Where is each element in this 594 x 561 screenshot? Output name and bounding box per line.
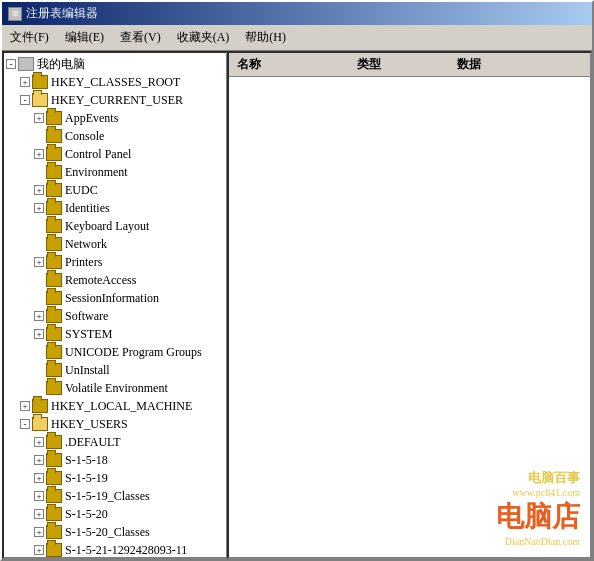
tree-node-s-1-5-20[interactable]: +S-1-5-20	[6, 505, 224, 523]
folder-icon-s-1-5-20	[46, 507, 62, 521]
tree-node-uninstall[interactable]: UnInstall	[6, 361, 224, 379]
tree-node-eudc[interactable]: +EUDC	[6, 181, 224, 199]
node-label-hkey-classes-root: HKEY_CLASSES_ROOT	[51, 75, 180, 90]
tree-node-volatile-environment[interactable]: Volatile Environment	[6, 379, 224, 397]
folder-icon-default	[46, 435, 62, 449]
expander-system[interactable]: +	[34, 329, 44, 339]
expander-s-1-5-20-classes[interactable]: +	[34, 527, 44, 537]
expander-placeholder-console	[34, 131, 44, 141]
tree-node-software[interactable]: +Software	[6, 307, 224, 325]
node-label-hkey-current-user: HKEY_CURRENT_USER	[51, 93, 183, 108]
folder-icon-uninstall	[46, 363, 62, 377]
menu-item-帮助H[interactable]: 帮助(H)	[237, 27, 294, 48]
folder-icon-appevents	[46, 111, 62, 125]
folder-icon-volatile-environment	[46, 381, 62, 395]
expander-placeholder-unicode-program-groups	[34, 347, 44, 357]
expander-control-panel[interactable]: +	[34, 149, 44, 159]
tree-node-default[interactable]: +.DEFAULT	[6, 433, 224, 451]
node-label-unicode-program-groups: UNICODE Program Groups	[65, 345, 202, 360]
tree-node-hkey-users[interactable]: -HKEY_USERS	[6, 415, 224, 433]
tree-node-s-1-5-20-classes[interactable]: +S-1-5-20_Classes	[6, 523, 224, 541]
tree-node-my-computer[interactable]: -我的电脑	[6, 55, 224, 73]
tree-node-s-1-5-19-classes[interactable]: +S-1-5-19_Classes	[6, 487, 224, 505]
title-bar: ⊞ 注册表编辑器	[2, 2, 592, 25]
folder-icon-unicode-program-groups	[46, 345, 62, 359]
tree-node-hkey-classes-root[interactable]: +HKEY_CLASSES_ROOT	[6, 73, 224, 91]
node-label-network: Network	[65, 237, 107, 252]
expander-s-1-5-19-classes[interactable]: +	[34, 491, 44, 501]
watermark-line1: 电脑百事	[496, 469, 580, 487]
node-label-system: SYSTEM	[65, 327, 112, 342]
node-label-volatile-environment: Volatile Environment	[65, 381, 168, 396]
tree-node-hkey-current-user[interactable]: -HKEY_CURRENT_USER	[6, 91, 224, 109]
expander-s-1-5-19[interactable]: +	[34, 473, 44, 483]
node-label-s-1-5-19: S-1-5-19	[65, 471, 108, 486]
header-数据: 数据	[453, 55, 586, 74]
folder-icon-eudc	[46, 183, 62, 197]
watermark-logo: 电脑店	[496, 498, 580, 536]
tree-node-control-panel[interactable]: +Control Panel	[6, 145, 224, 163]
expander-s-1-5-21-1[interactable]: +	[34, 545, 44, 555]
expander-printers[interactable]: +	[34, 257, 44, 267]
tree-node-system[interactable]: +SYSTEM	[6, 325, 224, 343]
menu-item-查看V[interactable]: 查看(V)	[112, 27, 169, 48]
node-label-s-1-5-20: S-1-5-20	[65, 507, 108, 522]
expander-hkey-classes-root[interactable]: +	[20, 77, 30, 87]
menu-item-文件F[interactable]: 文件(F)	[2, 27, 57, 48]
node-label-session-info: SessionInformation	[65, 291, 159, 306]
expander-placeholder-uninstall	[34, 365, 44, 375]
tree-node-environment[interactable]: Environment	[6, 163, 224, 181]
folder-icon-printers	[46, 255, 62, 269]
watermark: 电脑百事 www.pc841.com 电脑店 DianNaoDian.com	[496, 469, 580, 547]
tree-node-identities[interactable]: +Identities	[6, 199, 224, 217]
expander-hkey-current-user[interactable]: -	[20, 95, 30, 105]
folder-icon-keyboard-layout	[46, 219, 62, 233]
expander-identities[interactable]: +	[34, 203, 44, 213]
expander-hkey-local-machine[interactable]: +	[20, 401, 30, 411]
folder-icon-s-1-5-20-classes	[46, 525, 62, 539]
node-label-hkey-users: HKEY_USERS	[51, 417, 128, 432]
node-label-s-1-5-20-classes: S-1-5-20_Classes	[65, 525, 150, 540]
node-label-s-1-5-19-classes: S-1-5-19_Classes	[65, 489, 150, 504]
tree-node-session-info[interactable]: SessionInformation	[6, 289, 224, 307]
menu-item-编辑E[interactable]: 编辑(E)	[57, 27, 112, 48]
node-label-uninstall: UnInstall	[65, 363, 110, 378]
expander-appevents[interactable]: +	[34, 113, 44, 123]
tree-node-unicode-program-groups[interactable]: UNICODE Program Groups	[6, 343, 224, 361]
watermark-line2: www.pc841.com	[496, 487, 580, 498]
tree-pane[interactable]: -我的电脑+HKEY_CLASSES_ROOT-HKEY_CURRENT_USE…	[2, 51, 227, 559]
expander-my-computer[interactable]: -	[6, 59, 16, 69]
folder-icon-s-1-5-19-classes	[46, 489, 62, 503]
expander-hkey-users[interactable]: -	[20, 419, 30, 429]
expander-placeholder-network	[34, 239, 44, 249]
expander-placeholder-keyboard-layout	[34, 221, 44, 231]
folder-icon-s-1-5-18	[46, 453, 62, 467]
tree-node-hkey-local-machine[interactable]: +HKEY_LOCAL_MACHINE	[6, 397, 224, 415]
node-label-s-1-5-18: S-1-5-18	[65, 453, 108, 468]
tree-node-s-1-5-18[interactable]: +S-1-5-18	[6, 451, 224, 469]
menu-item-收藏夹A[interactable]: 收藏夹(A)	[169, 27, 238, 48]
folder-icon-console	[46, 129, 62, 143]
tree-node-console[interactable]: Console	[6, 127, 224, 145]
node-label-software: Software	[65, 309, 108, 324]
folder-icon-environment	[46, 165, 62, 179]
tree-node-printers[interactable]: +Printers	[6, 253, 224, 271]
menu-bar: 文件(F)编辑(E)查看(V)收藏夹(A)帮助(H)	[2, 25, 592, 51]
expander-eudc[interactable]: +	[34, 185, 44, 195]
node-label-console: Console	[65, 129, 104, 144]
tree-node-remote-access[interactable]: RemoteAccess	[6, 271, 224, 289]
folder-icon-hkey-classes-root	[32, 75, 48, 89]
tree-node-s-1-5-21-1[interactable]: +S-1-5-21-1292428093-11	[6, 541, 224, 559]
expander-placeholder-session-info	[34, 293, 44, 303]
tree-node-appevents[interactable]: +AppEvents	[6, 109, 224, 127]
expander-software[interactable]: +	[34, 311, 44, 321]
tree-node-s-1-5-19[interactable]: +S-1-5-19	[6, 469, 224, 487]
window-title: 注册表编辑器	[26, 5, 98, 22]
expander-default[interactable]: +	[34, 437, 44, 447]
folder-icon-software	[46, 309, 62, 323]
expander-s-1-5-20[interactable]: +	[34, 509, 44, 519]
tree-node-network[interactable]: Network	[6, 235, 224, 253]
title-icon: ⊞	[8, 7, 22, 21]
tree-node-keyboard-layout[interactable]: Keyboard Layout	[6, 217, 224, 235]
expander-s-1-5-18[interactable]: +	[34, 455, 44, 465]
